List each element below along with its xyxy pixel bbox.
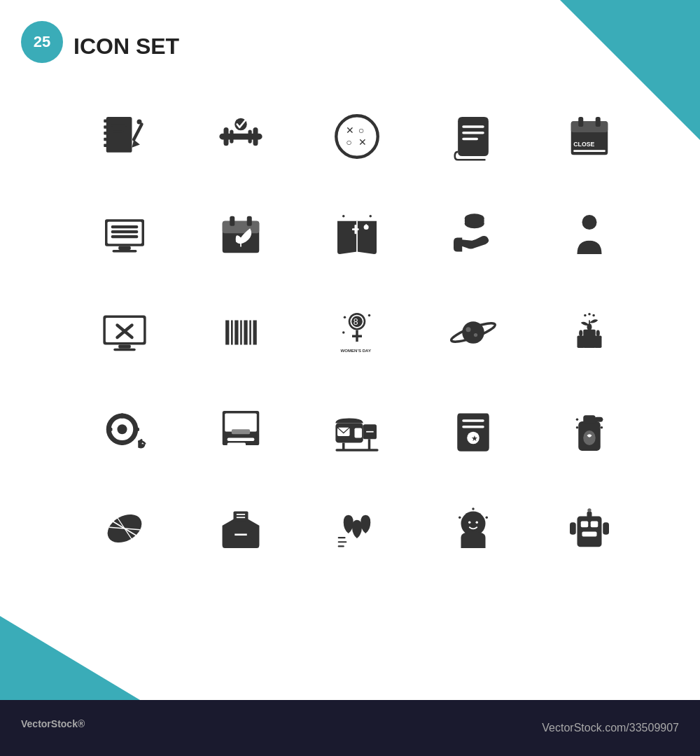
icon-barcode: [186, 287, 295, 378]
svg-rect-35: [111, 235, 139, 238]
svg-point-74: [342, 331, 345, 334]
svg-point-89: [592, 314, 595, 317]
svg-rect-142: [582, 531, 597, 536]
svg-point-117: [583, 430, 596, 445]
svg-point-72: [344, 316, 346, 318]
svg-rect-95: [134, 428, 139, 431]
svg-rect-65: [249, 321, 251, 345]
svg-rect-93: [120, 440, 124, 445]
svg-point-135: [476, 522, 479, 524]
brand-name: VectorStock®: [21, 717, 85, 739]
svg-rect-145: [570, 522, 576, 535]
svg-rect-143: [587, 512, 592, 518]
svg-rect-64: [244, 321, 247, 345]
svg-rect-1: [104, 120, 107, 122]
icon-woman-face: [419, 483, 528, 574]
svg-rect-146: [603, 522, 609, 535]
icon-layers-monitor: [70, 189, 179, 280]
icon-open-email: [186, 483, 295, 574]
svg-point-84: [579, 330, 582, 337]
icon-bride-heart: [535, 189, 644, 280]
svg-rect-37: [113, 250, 137, 253]
icon-monitor-x: [70, 287, 179, 378]
svg-rect-6: [111, 125, 127, 127]
svg-rect-15: [248, 130, 252, 143]
svg-rect-63: [240, 321, 242, 345]
svg-rect-108: [335, 449, 378, 451]
svg-rect-60: [225, 321, 229, 345]
icon-printer-monitor: [186, 385, 295, 476]
svg-rect-12: [224, 127, 229, 146]
svg-rect-92: [120, 414, 124, 419]
svg-rect-127: [234, 512, 248, 522]
svg-point-136: [458, 517, 461, 519]
svg-rect-34: [111, 230, 139, 233]
svg-rect-36: [118, 246, 131, 250]
svg-rect-115: [583, 415, 596, 424]
svg-rect-40: [230, 216, 234, 226]
svg-rect-22: [462, 125, 484, 128]
svg-rect-110: [462, 419, 484, 422]
svg-point-46: [364, 225, 369, 230]
svg-text:○: ○: [346, 136, 351, 148]
svg-point-88: [584, 314, 587, 317]
svg-rect-39: [223, 221, 260, 234]
svg-point-138: [472, 507, 475, 510]
svg-rect-105: [355, 428, 363, 438]
svg-text:✕: ✕: [346, 125, 354, 136]
svg-point-78: [466, 327, 471, 332]
svg-point-77: [462, 321, 484, 344]
icon-gear-refresh: [70, 385, 179, 476]
icon-fitness-check: [186, 91, 295, 182]
svg-point-17: [336, 115, 378, 158]
svg-point-53: [582, 215, 597, 230]
svg-rect-26: [571, 121, 608, 132]
svg-point-48: [342, 215, 345, 218]
svg-line-8: [134, 125, 141, 140]
svg-rect-61: [231, 321, 233, 345]
icon-coins-hand: [419, 189, 528, 280]
svg-rect-4: [104, 138, 107, 141]
svg-text:✕: ✕: [358, 136, 367, 148]
svg-rect-27: [578, 117, 583, 127]
teal-decoration-bottom: [0, 616, 140, 700]
svg-rect-111: [462, 426, 484, 428]
svg-rect-28: [596, 117, 601, 127]
svg-rect-59: [113, 349, 136, 351]
svg-rect-94: [108, 428, 113, 431]
svg-text:CLOSE: CLOSE: [573, 141, 594, 148]
icon-rugby-ball: [70, 483, 179, 574]
svg-text:★: ★: [471, 434, 478, 442]
icon-plant-candles: [535, 287, 644, 378]
svg-rect-41: [247, 216, 252, 226]
svg-point-52: [465, 214, 484, 223]
svg-point-134: [468, 522, 471, 524]
icon-notebook-pencil: [70, 91, 179, 182]
icon-water-drops: [302, 483, 412, 574]
svg-point-144: [587, 508, 591, 512]
svg-rect-58: [118, 345, 131, 349]
svg-point-119: [601, 419, 603, 421]
svg-rect-13: [253, 127, 258, 146]
icon-soap-dispenser: [535, 385, 644, 476]
svg-rect-14: [230, 130, 233, 143]
svg-text:WOMEN'S DAY: WOMEN'S DAY: [340, 348, 371, 353]
svg-rect-101: [232, 429, 250, 434]
svg-rect-5: [104, 144, 107, 147]
svg-point-87: [588, 313, 591, 316]
svg-rect-33: [111, 225, 139, 228]
svg-point-79: [474, 333, 477, 337]
svg-rect-82: [594, 335, 602, 348]
svg-text:○: ○: [358, 125, 364, 136]
icon-mailbox: [302, 385, 412, 476]
svg-point-137: [486, 517, 489, 519]
svg-rect-0: [106, 117, 132, 153]
icon-womens-day: 8 WOMEN'S DAY: [302, 287, 412, 378]
footer: VectorStock® VectorStock.com/33509907: [0, 700, 700, 756]
svg-rect-97: [225, 414, 257, 432]
icons-grid: ✕ ○ ○ ✕ CLOSE: [70, 91, 644, 574]
icon-planet: [419, 287, 528, 378]
svg-point-49: [370, 215, 372, 218]
svg-point-118: [576, 419, 579, 421]
svg-rect-140: [581, 522, 589, 528]
